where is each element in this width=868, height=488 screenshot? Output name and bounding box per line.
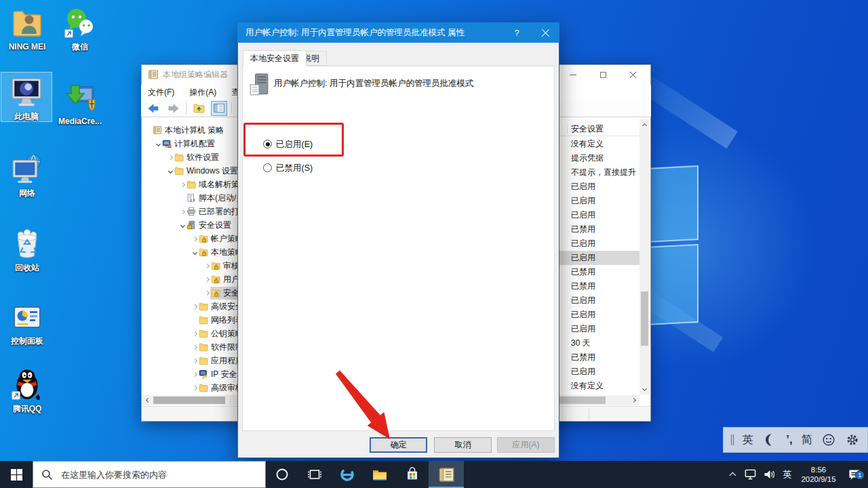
script-icon: [186, 193, 196, 203]
desktop-icon-network[interactable]: 网络: [1, 149, 53, 198]
tray-time: 8:56: [796, 465, 841, 474]
network-status-icon[interactable]: [741, 461, 760, 488]
computer-icon: [162, 139, 172, 148]
console-tree-icon: [214, 104, 224, 113]
file-explorer-button[interactable]: [363, 461, 396, 488]
back-button[interactable]: [145, 101, 161, 116]
notification-badge: 1: [855, 470, 865, 480]
server-lock-icon: [186, 220, 196, 230]
gpedit-window-title: 本地组策略编辑器: [163, 69, 228, 81]
scroll-right-button[interactable]: [629, 395, 639, 405]
maximize-button[interactable]: [590, 65, 616, 84]
vertical-scrollbar[interactable]: [639, 119, 650, 394]
menu-action[interactable]: 操作(A): [189, 87, 216, 98]
status-bar-divider: [589, 409, 589, 419]
cancel-button[interactable]: 取消: [434, 437, 492, 453]
start-button[interactable]: [0, 461, 33, 488]
chevron-right-icon[interactable]: [203, 264, 210, 268]
clock[interactable]: 8:56 2020/9/15: [796, 461, 841, 488]
full-half-moon-icon[interactable]: [762, 432, 777, 447]
chevron-right-icon[interactable]: [191, 332, 198, 336]
ime-language-bar[interactable]: 英 ’, 简: [723, 427, 868, 453]
minimize-button[interactable]: [560, 65, 586, 84]
cortana-button[interactable]: [266, 461, 298, 488]
scroll-down-button[interactable]: [639, 384, 650, 394]
radio-disabled-label[interactable]: 已禁用(S): [276, 163, 313, 174]
radio-disabled[interactable]: [263, 163, 272, 172]
taskbar-search-box[interactable]: [33, 461, 266, 488]
folder-lock-icon: [211, 261, 220, 270]
chevron-down-icon[interactable]: [155, 142, 161, 146]
chevron-right-icon[interactable]: [191, 386, 198, 390]
tab-local-security-setting[interactable]: 本地安全设置: [243, 50, 307, 66]
apply-button[interactable]: 应用(A): [497, 437, 555, 453]
network-icon: [9, 152, 45, 186]
chevron-right-icon[interactable]: [191, 237, 198, 241]
chevron-right-icon[interactable]: [191, 373, 198, 376]
chevron-down-icon[interactable]: [191, 251, 198, 254]
tray-date: 2020/9/15: [796, 474, 841, 484]
dialog-help-button[interactable]: ?: [502, 22, 531, 43]
printer-icon: [186, 207, 196, 216]
chevron-right-icon[interactable]: [191, 305, 198, 308]
chevron-down-icon[interactable]: [179, 224, 186, 227]
chevron-right-icon[interactable]: [179, 183, 186, 186]
up-one-level-button[interactable]: [191, 101, 207, 116]
edge-browser-button[interactable]: [331, 461, 363, 488]
dialog-close-button[interactable]: [531, 22, 559, 43]
gpedit-app-icon: [438, 466, 455, 483]
desktop-icon-this-pc[interactable]: 此电脑: [1, 72, 52, 122]
toolbar-separator: [186, 102, 186, 115]
chevron-right-icon[interactable]: [203, 278, 210, 281]
scrollbar-thumb[interactable]: [153, 396, 225, 404]
folder-lock-icon: [211, 288, 220, 298]
dialog-titlebar[interactable]: 用户帐户控制: 用于内置管理员帐户的管理员批准模式 属性 ?: [237, 22, 559, 43]
desktop-icon-tencent-qq[interactable]: 腾讯QQ: [1, 363, 53, 413]
column-separator: [567, 123, 568, 134]
chevron-right-icon[interactable]: [203, 291, 210, 295]
volume-icon[interactable]: [760, 461, 778, 488]
desktop-icon-control-panel[interactable]: 控制面板: [1, 298, 53, 346]
shortcut-arrow-icon: [64, 29, 73, 38]
charset-indicator[interactable]: 简: [802, 433, 812, 447]
task-view-button[interactable]: [298, 461, 331, 488]
forward-arrow-icon: [168, 104, 179, 113]
language-bar-handle[interactable]: [731, 434, 734, 445]
qq-icon: [10, 366, 44, 401]
desktop-icon-ning-mei[interactable]: NING MEI: [1, 4, 53, 52]
folder-icon: [199, 315, 208, 325]
desktop-icon-wechat[interactable]: 微信: [54, 4, 106, 52]
chevron-down-icon[interactable]: [167, 169, 174, 173]
ime-indicator[interactable]: 英: [778, 461, 796, 488]
gpedit-taskbar-button[interactable]: [429, 461, 464, 488]
scroll-up-button[interactable]: [639, 119, 650, 129]
folder-lock-icon: [211, 274, 220, 284]
folder-lock-icon: [199, 247, 208, 257]
wallpaper-windows-logo-pane: [646, 165, 698, 243]
gear-icon[interactable]: [845, 432, 860, 447]
close-icon: [540, 28, 551, 38]
ime-mode-indicator[interactable]: 英: [743, 433, 753, 447]
desktop-icon-recycle-bin[interactable]: 回收站: [1, 224, 53, 272]
emoji-smiley-icon[interactable]: [821, 432, 836, 447]
desktop-icon-media-creation-tool[interactable]: MediaCre...: [54, 79, 106, 126]
chevron-right-icon[interactable]: [179, 210, 186, 214]
windows-logo-icon: [11, 469, 22, 481]
tray-expand-button[interactable]: [724, 461, 741, 488]
microsoft-store-button[interactable]: [396, 461, 429, 488]
recycle-bin-icon: [10, 226, 44, 260]
speaker-icon: [763, 468, 776, 481]
scroll-left-button[interactable]: [142, 395, 152, 405]
close-button[interactable]: [620, 65, 646, 84]
search-input[interactable]: [60, 469, 243, 481]
action-center-button[interactable]: 1: [841, 461, 868, 488]
punctuation-mode-icon[interactable]: ’,: [786, 433, 792, 447]
scrollbar-thumb[interactable]: [641, 291, 648, 346]
chevron-right-icon[interactable]: [191, 346, 198, 349]
forward-button[interactable]: [165, 101, 182, 116]
console-tree-toggle-button[interactable]: [211, 101, 227, 116]
menu-file[interactable]: 文件(F): [148, 87, 174, 98]
desktop-icon-label: 微信: [72, 42, 88, 52]
chevron-right-icon[interactable]: [167, 156, 174, 159]
chevron-right-icon[interactable]: [191, 359, 198, 363]
